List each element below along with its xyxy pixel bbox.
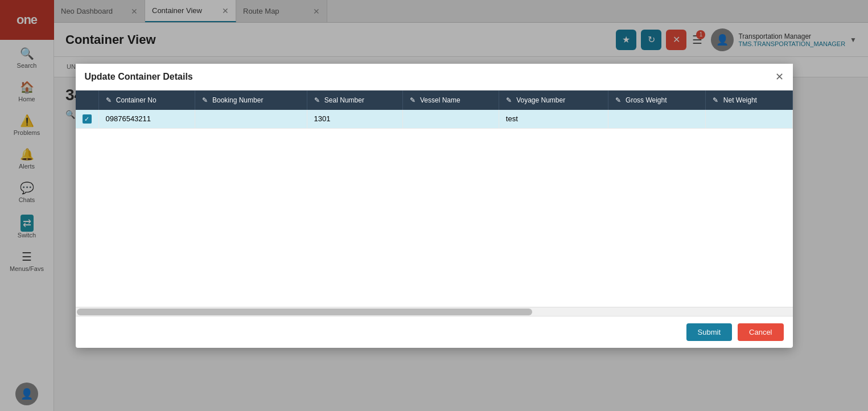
edit-icon: ✎ — [713, 96, 718, 104]
cell-seal-number: 1301 — [307, 110, 402, 129]
cell-voyage-number: test — [499, 110, 608, 129]
horizontal-scrollbar[interactable] — [76, 307, 793, 316]
table-header-checkbox — [76, 91, 99, 110]
row-checkbox-cell: ✓ — [76, 110, 99, 129]
col-gross-weight: ✎ Gross Weight — [608, 91, 706, 110]
modal-table-container: ✎ Container No ✎ Booking Number ✎ — [76, 91, 793, 316]
edit-icon: ✎ — [202, 96, 208, 104]
edit-icon: ✎ — [314, 96, 320, 104]
modal-close-button[interactable]: ✕ — [775, 71, 784, 83]
table-row[interactable]: ✓ 09876543211 1301 test — [76, 110, 793, 129]
container-details-table: ✎ Container No ✎ Booking Number ✎ — [76, 91, 793, 129]
edit-icon: ✎ — [615, 96, 621, 104]
col-booking-number: ✎ Booking Number — [195, 91, 307, 110]
scrollbar-thumb — [77, 309, 532, 315]
col-net-weight: ✎ Net Weight — [706, 91, 792, 110]
cell-net-weight — [706, 110, 792, 129]
row-checkbox[interactable]: ✓ — [83, 114, 92, 124]
cell-container-no: 09876543211 — [98, 110, 195, 129]
update-container-modal: Update Container Details ✕ ✎ — [76, 64, 793, 348]
col-seal-number: ✎ Seal Number — [307, 91, 402, 110]
col-voyage-number: ✎ Voyage Number — [499, 91, 608, 110]
modal-header: Update Container Details ✕ — [76, 64, 793, 91]
page-content: UNASSIGNED ASSIGNED BOOKED BOOKING CANCE… — [54, 57, 868, 411]
modal-footer: Submit Cancel — [76, 316, 793, 348]
col-vessel-name: ✎ Vessel Name — [402, 91, 499, 110]
edit-icon: ✎ — [106, 96, 112, 104]
edit-icon: ✎ — [506, 96, 512, 104]
edit-icon: ✎ — [410, 96, 416, 104]
submit-button[interactable]: Submit — [686, 323, 732, 341]
cell-vessel-name — [402, 110, 499, 129]
modal-title: Update Container Details — [85, 72, 775, 82]
cell-booking-number — [195, 110, 307, 129]
modal-overlay: Update Container Details ✕ ✎ — [54, 57, 868, 411]
cell-gross-weight — [608, 110, 706, 129]
col-container-no: ✎ Container No — [98, 91, 195, 110]
table-header-row: ✎ Container No ✎ Booking Number ✎ — [76, 91, 793, 110]
modal-scroll-area[interactable]: ✎ Container No ✎ Booking Number ✎ — [76, 91, 793, 307]
cancel-button[interactable]: Cancel — [738, 323, 783, 341]
main-content: Neo Dashboard ✕ Container View ✕ Route M… — [54, 0, 868, 411]
